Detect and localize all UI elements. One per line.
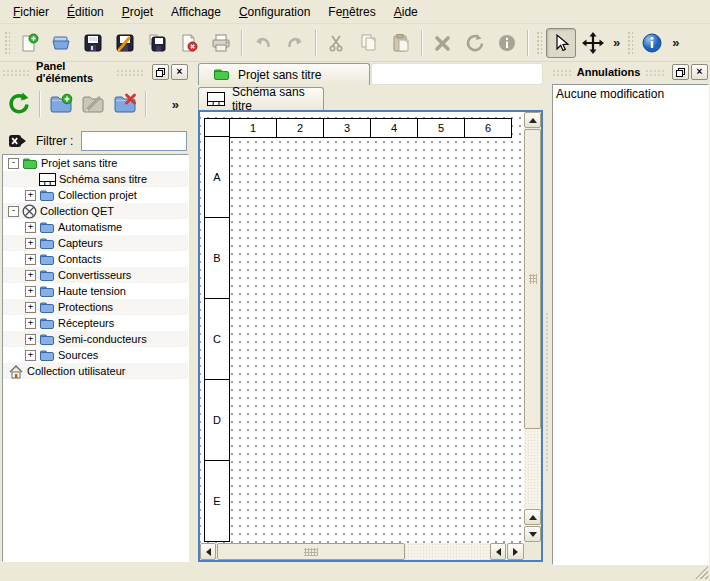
- float-panel-button[interactable]: [672, 64, 689, 80]
- new-document-icon: [18, 32, 40, 54]
- delete-category-button[interactable]: [110, 89, 140, 119]
- save-button[interactable]: [78, 28, 108, 58]
- toolbar-overflow-button[interactable]: »: [610, 35, 623, 50]
- close-panel-button[interactable]: ×: [691, 64, 708, 80]
- tree-item-capteurs[interactable]: +Capteurs: [3, 235, 188, 251]
- tree-item-label: Semi-conducteurs: [58, 333, 147, 345]
- filter-row: Filtrer :: [0, 128, 190, 154]
- horizontal-scroll-thumb[interactable]: [217, 543, 405, 560]
- cursor-icon: [550, 32, 572, 54]
- tab-schema-sans-titre[interactable]: Schéma sans titre: [198, 87, 324, 110]
- undo-panel-title: Annulations: [577, 66, 641, 78]
- expand-toggle[interactable]: +: [25, 254, 36, 265]
- tree-item-collection-utilisateur[interactable]: Collection utilisateur: [3, 363, 188, 379]
- elements-panel-titlebar[interactable]: Panel d'éléments ×: [2, 62, 188, 82]
- move-mode-button[interactable]: [578, 28, 608, 58]
- tree-item-projet-sans-titre[interactable]: -Projet sans titre: [3, 155, 188, 171]
- tree-item-label: Collection utilisateur: [27, 365, 125, 377]
- scroll-up-button-2[interactable]: [524, 509, 541, 525]
- tab-projet-sans-titre[interactable]: Projet sans titre: [198, 63, 370, 85]
- menu-aide[interactable]: Aide: [385, 2, 427, 22]
- panel-splitter[interactable]: [543, 62, 550, 562]
- scroll-left-button-2[interactable]: [490, 543, 506, 560]
- undo-panel-titlebar[interactable]: Annulations ×: [552, 62, 708, 82]
- float-panel-button[interactable]: [152, 64, 169, 80]
- tree-item-label: Récepteurs: [58, 317, 114, 329]
- tree-item-label: Collection QET: [40, 205, 114, 217]
- save-all-button[interactable]: [142, 28, 172, 58]
- tree-item-contacts[interactable]: +Contacts: [3, 251, 188, 267]
- expand-toggle[interactable]: +: [25, 286, 36, 297]
- clear-filter-button[interactable]: [8, 132, 28, 150]
- collapse-toggle[interactable]: -: [8, 206, 19, 217]
- print-button[interactable]: [206, 28, 236, 58]
- diagram-view[interactable]: 1 2 3 4 5 6 A B C D E: [198, 110, 543, 562]
- expand-toggle[interactable]: +: [25, 302, 36, 313]
- tree-item-haute-tension[interactable]: +Haute tension: [3, 283, 188, 299]
- undo-list-item[interactable]: Aucune modification: [553, 85, 708, 102]
- folder-icon: [39, 253, 55, 266]
- horizontal-scrollbar[interactable]: [200, 543, 524, 560]
- expand-toggle[interactable]: +: [25, 350, 36, 361]
- row-header: A B C D E: [204, 137, 230, 542]
- tree-item-collection-qet[interactable]: -Collection QET: [3, 203, 188, 219]
- expand-toggle[interactable]: +: [25, 222, 36, 233]
- menu-edition[interactable]: Édition: [58, 2, 113, 22]
- expand-toggle[interactable]: +: [25, 238, 36, 249]
- new-category-button[interactable]: [46, 89, 76, 119]
- collapse-toggle[interactable]: -: [8, 158, 19, 169]
- tree-item-automatisme[interactable]: +Automatisme: [3, 219, 188, 235]
- column-label: 1: [229, 118, 277, 138]
- clear-filter-icon: [8, 132, 28, 150]
- vertical-scroll-thumb[interactable]: [524, 129, 541, 429]
- toolbar-drag-handle[interactable]: [536, 31, 542, 55]
- menu-fenetres[interactable]: Fenêtres: [319, 2, 384, 22]
- scroll-left-button[interactable]: [200, 543, 216, 560]
- scroll-up-button[interactable]: [524, 112, 541, 128]
- column-label: 4: [370, 118, 418, 138]
- rotate-button: [460, 28, 490, 58]
- toolbar-drag-handle[interactable]: [627, 31, 633, 55]
- menu-configuration[interactable]: Configuration: [230, 2, 319, 22]
- toolbar-drag-handle[interactable]: [4, 31, 10, 55]
- close-panel-button[interactable]: ×: [171, 64, 188, 80]
- thumb-grip: [304, 548, 318, 556]
- tree-item-semi-conducteurs[interactable]: +Semi-conducteurs: [3, 331, 188, 347]
- menu-affichage[interactable]: Affichage: [162, 2, 230, 22]
- tree-item-recepteurs[interactable]: +Récepteurs: [3, 315, 188, 331]
- frame-corner-cell: [204, 118, 230, 138]
- menu-projet[interactable]: Projet: [113, 2, 162, 22]
- close-document-button[interactable]: [174, 28, 204, 58]
- toolbar-separator: [145, 91, 147, 117]
- open-document-button[interactable]: [46, 28, 76, 58]
- tree-item-sources[interactable]: +Sources: [3, 347, 188, 363]
- about-button[interactable]: [637, 28, 667, 58]
- open-icon: [50, 32, 72, 54]
- titlebar-grip: [116, 69, 144, 76]
- tree-item-collection-projet[interactable]: +Collection projet: [3, 187, 188, 203]
- scroll-down-button[interactable]: [524, 526, 541, 542]
- panel-toolbar-overflow-button[interactable]: »: [169, 97, 182, 112]
- vertical-scrollbar[interactable]: [524, 112, 541, 543]
- expand-toggle[interactable]: +: [25, 190, 36, 201]
- save-as-button[interactable]: [110, 28, 140, 58]
- reload-collections-button[interactable]: [4, 89, 34, 119]
- elements-tree: -Projet sans titre Schéma sans titre +Co…: [2, 154, 189, 562]
- scroll-right-button[interactable]: [507, 543, 524, 560]
- tree-item-convertisseurs[interactable]: +Convertisseurs: [3, 267, 188, 283]
- expand-toggle[interactable]: +: [25, 334, 36, 345]
- tree-item-schema-sans-titre[interactable]: Schéma sans titre: [3, 171, 188, 187]
- diagram-canvas[interactable]: 1 2 3 4 5 6 A B C D E: [200, 112, 524, 543]
- arrow-right-icon: [513, 548, 518, 556]
- menu-fichier[interactable]: Fichier: [4, 2, 58, 22]
- select-mode-button[interactable]: [546, 28, 576, 58]
- expand-toggle[interactable]: +: [25, 318, 36, 329]
- new-document-button[interactable]: [14, 28, 44, 58]
- info-button: [492, 28, 522, 58]
- filter-input[interactable]: [81, 131, 187, 151]
- tree-item-protections[interactable]: +Protections: [3, 299, 188, 315]
- scrollbar-corner: [524, 543, 541, 560]
- toolbar-overflow-button[interactable]: »: [669, 35, 682, 50]
- column-label: 6: [464, 118, 512, 138]
- expand-toggle[interactable]: +: [25, 270, 36, 281]
